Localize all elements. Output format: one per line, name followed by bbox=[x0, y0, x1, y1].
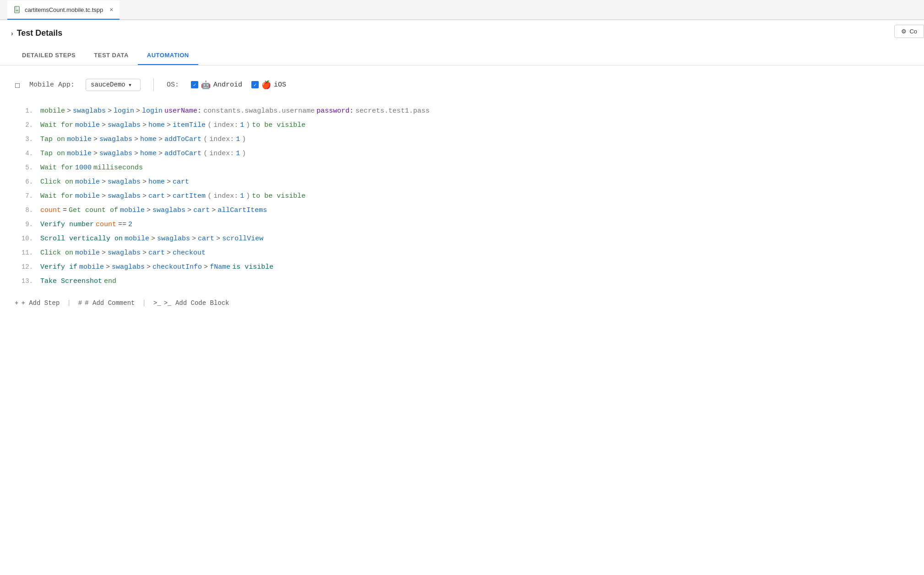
ios-option[interactable]: 🍎 iOS bbox=[251, 80, 286, 90]
step-row[interactable]: 2.Wait for mobile>swaglabs>home>itemTile… bbox=[15, 118, 909, 132]
step-token: mobile bbox=[79, 261, 104, 273]
step-token: to be visible bbox=[252, 190, 305, 202]
automation-content: ☐ Mobile App: sauceDemo ▾ OS: 🤖 Android … bbox=[0, 65, 924, 320]
step-row[interactable]: 3.Tap on mobile>swaglabs>home>addToCart … bbox=[15, 132, 909, 146]
os-label: OS: bbox=[167, 81, 179, 89]
step-token: 1000 bbox=[75, 162, 92, 174]
android-option[interactable]: 🤖 Android bbox=[191, 80, 242, 90]
step-token: > bbox=[212, 204, 216, 217]
step-token: Click on bbox=[40, 176, 73, 188]
step-token: Verify number bbox=[40, 218, 94, 231]
step-token: > bbox=[108, 105, 112, 117]
step-content: Verify number count == 2 bbox=[40, 218, 909, 231]
step-token: scrollView bbox=[222, 233, 263, 245]
step-content: Click on mobile>swaglabs>home>cart bbox=[40, 176, 909, 188]
step-row[interactable]: 10.Scroll vertically on mobile>swaglabs>… bbox=[15, 232, 909, 246]
step-token: > bbox=[158, 133, 163, 146]
step-number: 12. bbox=[15, 261, 40, 273]
step-row[interactable]: 13.Take Screenshot end bbox=[15, 274, 909, 288]
step-content: Click on mobile>swaglabs>cart>checkout bbox=[40, 247, 909, 259]
step-token: ( bbox=[203, 147, 207, 160]
step-token: ( bbox=[203, 133, 207, 146]
tab-detailed-steps[interactable]: DETAILED STEPS bbox=[13, 46, 85, 65]
section-tabs: DETAILED STEPS TEST DATA AUTOMATION bbox=[0, 46, 924, 65]
step-token: itemTile bbox=[173, 119, 206, 131]
step-token: > bbox=[187, 204, 191, 217]
add-step-button[interactable]: + + Add Step bbox=[15, 299, 60, 307]
step-number: 5. bbox=[15, 162, 40, 174]
step-row[interactable]: 12.Verify if mobile>swaglabs>checkoutInf… bbox=[15, 260, 909, 274]
step-token: Wait for bbox=[40, 162, 73, 174]
apple-icon: 🍎 bbox=[261, 80, 271, 90]
step-token: == bbox=[118, 218, 126, 231]
step-row[interactable]: 9.Verify number count == 2 bbox=[15, 217, 909, 232]
step-content: Wait for 1000 milliseconds bbox=[40, 162, 909, 174]
step-row[interactable]: 1.mobile>swaglabs>login>login userName:c… bbox=[15, 104, 909, 118]
step-token: home bbox=[148, 119, 165, 131]
step-token: > bbox=[216, 233, 220, 245]
step-token: Tap on bbox=[40, 147, 65, 160]
top-right-button[interactable]: ⚙ Co bbox=[894, 25, 924, 38]
step-token: > bbox=[136, 105, 140, 117]
code-icon: >_ bbox=[153, 299, 161, 307]
chevron-right-icon: › bbox=[11, 30, 13, 37]
step-token: 2 bbox=[128, 218, 132, 231]
step-token: mobile bbox=[120, 204, 145, 217]
android-checkbox[interactable] bbox=[191, 81, 198, 88]
step-token: index: bbox=[209, 147, 234, 160]
step-token: > bbox=[158, 147, 163, 160]
step-token: ( bbox=[207, 119, 212, 131]
step-token: Click on bbox=[40, 247, 73, 259]
step-token: index: bbox=[213, 119, 238, 131]
ios-checkbox[interactable] bbox=[251, 81, 259, 88]
step-token: swaglabs bbox=[108, 190, 141, 202]
step-row[interactable]: 11.Click on mobile>swaglabs>cart>checkou… bbox=[15, 246, 909, 260]
step-token: swaglabs bbox=[112, 261, 145, 273]
mobile-app-label: Mobile App: bbox=[29, 81, 75, 89]
step-token: ( bbox=[207, 190, 212, 202]
step-token: > bbox=[106, 261, 110, 273]
step-content: Tap on mobile>swaglabs>home>addToCart ( … bbox=[40, 147, 909, 160]
tab-test-data[interactable]: TEST DATA bbox=[85, 46, 138, 65]
step-content: Take Screenshot end bbox=[40, 275, 909, 288]
tab-automation[interactable]: AUTOMATION bbox=[138, 46, 198, 65]
app-select-dropdown[interactable]: sauceDemo ▾ bbox=[86, 79, 141, 91]
step-token: > bbox=[167, 119, 171, 131]
step-number: 4. bbox=[15, 148, 40, 159]
step-token: swaglabs bbox=[152, 204, 185, 217]
step-token: > bbox=[147, 261, 151, 273]
step-token: > bbox=[192, 233, 196, 245]
step-token: > bbox=[93, 147, 98, 160]
step-token: mobile bbox=[67, 147, 92, 160]
step-token: userName: bbox=[164, 105, 201, 117]
test-details-header[interactable]: › Test Details bbox=[0, 20, 924, 46]
step-row[interactable]: 4.Tap on mobile>swaglabs>home>addToCart … bbox=[15, 146, 909, 161]
android-icon: 🤖 bbox=[201, 80, 211, 90]
step-row[interactable]: 7.Wait for mobile>swaglabs>cart>cartItem… bbox=[15, 189, 909, 203]
step-token: > bbox=[134, 147, 138, 160]
step-token: swaglabs bbox=[99, 147, 132, 160]
file-tab[interactable]: cartitemsCount.mobile.tc.tspp × bbox=[7, 0, 120, 20]
step-number: 8. bbox=[15, 205, 40, 216]
step-token: milliseconds bbox=[93, 162, 143, 174]
add-bar-separator-2: | bbox=[142, 299, 146, 307]
step-row[interactable]: 8.count = Get count of mobile>swaglabs>c… bbox=[15, 203, 909, 217]
step-token: fName bbox=[210, 261, 230, 273]
add-bar-separator-1: | bbox=[67, 299, 71, 307]
step-row[interactable]: 6.Click on mobile>swaglabs>home>cart bbox=[15, 175, 909, 189]
step-number: 2. bbox=[15, 119, 40, 131]
step-token: Take Screenshot bbox=[40, 275, 102, 288]
step-token: > bbox=[102, 247, 106, 259]
step-token: Verify if bbox=[40, 261, 77, 273]
plus-icon: + bbox=[15, 299, 18, 307]
add-comment-button[interactable]: # # Add Comment bbox=[78, 299, 135, 307]
step-content: mobile>swaglabs>login>login userName:con… bbox=[40, 105, 909, 117]
step-token: 1 bbox=[240, 190, 244, 202]
tab-close-button[interactable]: × bbox=[109, 6, 113, 13]
add-code-block-button[interactable]: >_ >_ Add Code Block bbox=[153, 299, 229, 307]
step-token: cart bbox=[193, 204, 210, 217]
step-token: > bbox=[204, 261, 208, 273]
step-row[interactable]: 5.Wait for 1000 milliseconds bbox=[15, 161, 909, 175]
step-token: 1 bbox=[236, 147, 240, 160]
step-token: > bbox=[167, 176, 171, 188]
